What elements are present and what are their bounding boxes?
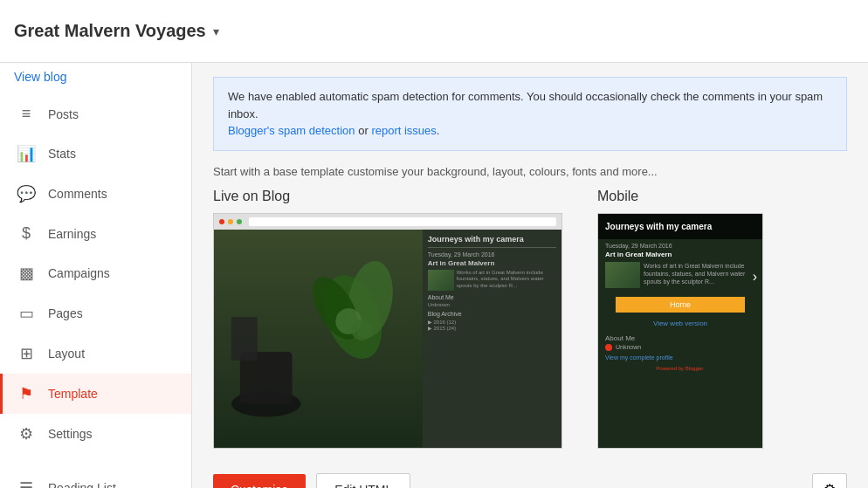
earnings-icon: $	[17, 224, 36, 243]
mobile-user-name: Unknown	[616, 344, 641, 350]
spam-detection-link[interactable]: Blogger's spam detection	[228, 124, 355, 137]
mobile-user-row: Unknown	[605, 344, 755, 351]
sidebar-label-campaigns: Campaigns	[48, 266, 110, 280]
mobile-powered: Powered by Blogger.	[598, 362, 762, 375]
svg-point-8	[351, 320, 372, 340]
sidebar-label-posts: Posts	[48, 107, 79, 121]
mobile-about-section: About Me Unknown	[598, 329, 762, 353]
sidebar-item-template[interactable]: ⚑ Template	[0, 374, 191, 414]
edit-html-button[interactable]: Edit HTML	[316, 473, 410, 489]
posts-icon: ≡	[17, 105, 36, 123]
sidebar-item-comments[interactable]: 💬 Comments	[0, 174, 191, 214]
mobile-thumb	[605, 262, 640, 288]
live-on-blog-label: Live on Blog	[213, 189, 562, 204]
mobile-user-dot	[605, 344, 612, 351]
mobile-preview-title: Journeys with my camera	[605, 222, 712, 231]
mobile-preview-column: Mobile Journeys with my camera Tuesday, …	[597, 189, 847, 449]
mobile-label: Mobile	[597, 189, 847, 204]
stats-icon: 📊	[17, 144, 36, 163]
mobile-article-row: Works of art in Great Malvern include fo…	[598, 262, 762, 292]
sidebar-item-posts[interactable]: ≡ Posts	[0, 94, 191, 134]
mobile-article-title: Art in Great Malvern	[598, 251, 762, 262]
sidebar-item-earnings[interactable]: $ Earnings	[0, 214, 191, 253]
report-issues-link[interactable]: report issues	[371, 124, 436, 137]
dropdown-icon[interactable]: ▾	[213, 24, 219, 38]
blog-background-svg	[214, 230, 423, 448]
sidebar-item-pages[interactable]: ▭ Pages	[0, 293, 191, 333]
sidebar-label-earnings: Earnings	[48, 227, 96, 241]
preview-section: Live on Blog	[192, 189, 868, 463]
gear-button[interactable]: ⚙	[812, 473, 847, 488]
mobile-profile-link[interactable]: View my complete profile	[598, 353, 762, 362]
mobile-snippet: Works of art in Great Malvern include fo…	[644, 262, 755, 288]
blog-preview-inner: Journeys with my camera Tuesday, 29 Marc…	[214, 214, 561, 448]
sidebar-label-stats: Stats	[48, 147, 76, 161]
customise-button[interactable]: Customise	[213, 474, 306, 489]
sidebar-label-layout: Layout	[48, 347, 85, 361]
blog-title: Great Malvern Voyages	[14, 21, 206, 41]
mobile-home-button[interactable]: Home	[616, 297, 745, 313]
top-bar: Great Malvern Voyages ▾	[0, 0, 868, 63]
sidebar-item-reading-list[interactable]: ☰ Reading List	[0, 468, 191, 488]
blog-preview-title: Journeys with my camera	[428, 235, 556, 244]
sidebar-label-comments: Comments	[48, 187, 107, 201]
layout-icon: ⊞	[17, 344, 36, 363]
svg-rect-3	[231, 317, 258, 361]
mobile-preview-inner: Journeys with my camera Tuesday, 29 Marc…	[598, 214, 762, 448]
sidebar: View blog ≡ Posts 📊 Stats 💬 Comments $ E…	[0, 63, 192, 488]
sidebar-item-layout[interactable]: ⊞ Layout	[0, 333, 191, 374]
mobile-header: Journeys with my camera	[598, 214, 762, 239]
sidebar-label-reading-list: Reading List	[48, 481, 116, 488]
sidebar-item-stats[interactable]: 📊 Stats	[0, 134, 191, 174]
comments-icon: 💬	[17, 184, 36, 203]
gear-icon: ⚙	[823, 482, 836, 488]
campaigns-icon: ▩	[17, 264, 36, 283]
pages-icon: ▭	[17, 304, 36, 323]
mobile-preview: Journeys with my camera Tuesday, 29 Marc…	[597, 213, 763, 449]
action-bar: Customise Edit HTML ⚙	[192, 463, 868, 489]
reading-list-icon: ☰	[17, 478, 36, 488]
mobile-about-title: About Me	[605, 334, 755, 342]
template-icon: ⚑	[17, 384, 36, 403]
notification-text: We have enabled automatic spam detection…	[228, 90, 823, 120]
sidebar-item-settings[interactable]: ⚙ Settings	[0, 414, 191, 454]
mobile-web-link[interactable]: View web version	[598, 318, 762, 329]
live-preview-column: Live on Blog	[213, 189, 562, 449]
settings-icon: ⚙	[17, 424, 36, 443]
sidebar-label-template: Template	[48, 387, 98, 401]
notification-bar: We have enabled automatic spam detection…	[213, 77, 847, 151]
content-area: We have enabled automatic spam detection…	[192, 63, 868, 488]
sidebar-label-settings: Settings	[48, 427, 93, 441]
blog-preview[interactable]: Journeys with my camera Tuesday, 29 Marc…	[213, 213, 562, 449]
mobile-date: Tuesday, 29 March 2016	[598, 239, 762, 251]
page-description: Start with a base template customise you…	[192, 158, 868, 189]
sidebar-item-campaigns[interactable]: ▩ Campaigns	[0, 253, 191, 293]
view-blog-link[interactable]: View blog	[0, 63, 191, 94]
sidebar-label-pages: Pages	[48, 306, 83, 320]
mobile-nav-arrow[interactable]: ›	[753, 269, 757, 285]
